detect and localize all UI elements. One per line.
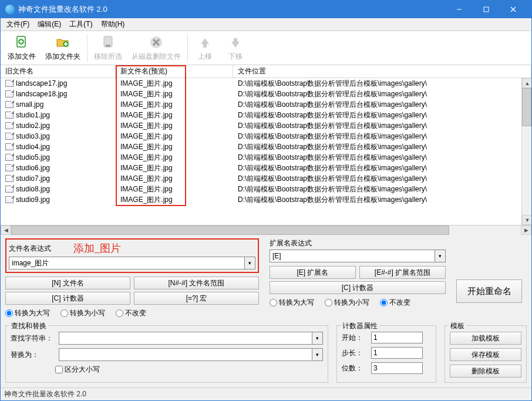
radio-lower-left[interactable]: 转换为小写 (60, 308, 105, 318)
add-folder-button[interactable]: 添加文件夹 (41, 32, 85, 64)
radio-upper-left[interactable]: 转换为大写 (5, 308, 50, 318)
find-input[interactable] (59, 332, 312, 345)
counter-start-input[interactable] (371, 332, 423, 343)
menu-tool[interactable]: 工具(T) (66, 18, 96, 31)
case-sensitive-check[interactable]: 区分大小写 (55, 365, 100, 375)
title-bar[interactable]: 神奇文件批量改名软件 2.0 (1, 1, 531, 18)
table-row[interactable]: studio3.jpgIMAGE_图片.jpgD:\前端模板\Bootstrap… (1, 131, 531, 141)
file-icon (5, 196, 14, 203)
close-button[interactable] (500, 1, 527, 18)
file-icon (5, 122, 14, 129)
annotation-box-expression: 文件名表达式 添加_图片 ▾ (5, 238, 259, 273)
cell-old-name: studio4.jpg (1, 142, 116, 151)
vertical-scrollbar[interactable]: ▲ ▼ (521, 78, 531, 225)
status-text: 神奇文件批量改名软件 2.0 (4, 389, 86, 399)
cell-new-name: IMAGE_图片.jpg (116, 152, 233, 163)
menu-help[interactable]: 帮助(H) (97, 18, 129, 31)
scroll-right-icon[interactable]: ▶ (521, 225, 531, 235)
content-area: 旧文件名 新文件名(预览) 文件位置 landscape17.jpgIMAGE_… (1, 65, 531, 387)
cell-location: D:\前端模板\Bootstrap数据分析管理后台模板\images\galle… (233, 120, 531, 132)
table-row[interactable]: studio6.jpgIMAGE_图片.jpgD:\前端模板\Bootstrap… (1, 163, 531, 173)
cell-old-name: landscape17.jpg (1, 79, 116, 88)
table-row[interactable]: studio2.jpgIMAGE_图片.jpgD:\前端模板\Bootstrap… (1, 120, 531, 131)
cell-new-name: IMAGE_图片.jpg (116, 194, 233, 205)
template-group: 模板 加载模板 保存模板 删除模板 (445, 325, 527, 383)
add-file-button[interactable]: 添加文件 (3, 32, 41, 64)
table-row[interactable]: studio7.jpgIMAGE_图片.jpgD:\前端模板\Bootstrap… (1, 173, 531, 184)
scroll-up-icon[interactable]: ▲ (522, 78, 531, 88)
cell-new-name: IMAGE_图片.jpg (116, 120, 233, 132)
horizontal-scrollbar[interactable]: ◀ ▶ (1, 225, 531, 235)
counter-step-input[interactable] (371, 347, 423, 359)
cell-location: D:\前端模板\Bootstrap数据分析管理后台模板\images\galle… (233, 141, 531, 153)
window-title: 神奇文件批量改名软件 2.0 (18, 4, 446, 15)
delete-template-button[interactable]: 删除模板 (450, 365, 521, 378)
cell-old-name: studio8.jpg (1, 184, 116, 194)
col-old-name[interactable]: 旧文件名 (1, 65, 116, 78)
table-row[interactable]: small.jpgIMAGE_图片.jpgD:\前端模板\Bootstrap数据… (1, 99, 531, 110)
file-icon (5, 175, 14, 182)
radio-nochange-right[interactable]: 不改变 (380, 298, 410, 308)
cell-location: D:\前端模板\Bootstrap数据分析管理后台模板\images\galle… (233, 99, 531, 110)
insert-n-range-button[interactable]: [N#-#] 文件名范围 (134, 277, 259, 289)
table-row[interactable]: studio9.jpgIMAGE_图片.jpgD:\前端模板\Bootstrap… (1, 194, 531, 205)
insert-n-name-button[interactable]: [N] 文件名 (5, 277, 130, 289)
table-row[interactable]: landscape18.jpgIMAGE_图片.jpgD:\前端模板\Boots… (1, 89, 531, 99)
table-row[interactable]: studio8.jpgIMAGE_图片.jpgD:\前端模板\Bootstrap… (1, 184, 531, 194)
start-rename-button[interactable]: 开始重命名 (456, 279, 522, 303)
arrow-up-icon (197, 34, 213, 50)
file-table: 旧文件名 新文件名(预览) 文件位置 landscape17.jpgIMAGE_… (1, 65, 531, 225)
maximize-button[interactable] (473, 1, 500, 18)
counter-digits-input[interactable] (371, 362, 423, 374)
replace-input[interactable] (59, 348, 312, 361)
add-file-icon (14, 34, 30, 50)
scroll-left-icon[interactable]: ◀ (1, 225, 11, 235)
col-location[interactable]: 文件位置 (233, 65, 531, 78)
replace-dropdown[interactable]: ▾ (312, 348, 323, 361)
move-down-button[interactable]: 下移 (220, 32, 251, 64)
radio-lower-right[interactable]: 转换为小写 (325, 298, 369, 308)
status-bar: 神奇文件批量改名软件 2.0 (1, 387, 531, 400)
file-icon (5, 101, 14, 108)
delete-from-disk-button[interactable]: 从磁盘删除文件 (127, 32, 186, 64)
insert-macro-button[interactable]: [=?] 宏 (134, 292, 259, 305)
search-replace-group: 查找和替换 查找字符串： ▾ 替换为： ▾ 区分大小写 (5, 325, 328, 383)
table-body[interactable]: landscape17.jpgIMAGE_图片.jpgD:\前端模板\Boots… (1, 78, 531, 225)
remove-selected-button[interactable]: 移除所选 (89, 32, 127, 64)
col-new-name[interactable]: 新文件名(预览) (116, 65, 233, 78)
table-row[interactable]: studio5.jpgIMAGE_图片.jpgD:\前端模板\Bootstrap… (1, 152, 531, 163)
save-template-button[interactable]: 保存模板 (450, 348, 521, 361)
filename-expr-input[interactable] (9, 257, 245, 269)
find-dropdown[interactable]: ▾ (312, 332, 323, 345)
menu-file[interactable]: 文件(F) (3, 18, 33, 31)
counter-step-label: 步长： (342, 348, 368, 358)
cell-location: D:\前端模板\Bootstrap数据分析管理后台模板\images\galle… (233, 194, 531, 205)
table-row[interactable]: studio1.jpgIMAGE_图片.jpgD:\前端模板\Bootstrap… (1, 110, 531, 120)
ext-expr-input[interactable] (270, 250, 435, 262)
app-icon (5, 5, 15, 14)
radio-upper-right[interactable]: 转换为大写 (270, 298, 314, 308)
cell-location: D:\前端模板\Bootstrap数据分析管理后台模板\images\galle… (233, 163, 531, 174)
menu-edit[interactable]: 编辑(E) (34, 18, 65, 31)
filename-expr-dropdown[interactable]: ▾ (245, 257, 255, 269)
cell-location: D:\前端模板\Bootstrap数据分析管理后台模板\images\galle… (233, 184, 531, 195)
scrollbar-thumb[interactable] (522, 88, 531, 126)
radio-nochange-left[interactable]: 不改变 (116, 308, 146, 318)
ext-expr-dropdown[interactable]: ▾ (435, 250, 446, 262)
table-row[interactable]: landscape17.jpgIMAGE_图片.jpgD:\前端模板\Boots… (1, 78, 531, 89)
toolbar: 添加文件 添加文件夹 移除所选 从磁盘删除文件 上移 下移 (1, 31, 531, 65)
menu-bar: 文件(F) 编辑(E) 工具(T) 帮助(H) (1, 18, 531, 31)
move-up-button[interactable]: 上移 (190, 32, 220, 64)
hscroll-thumb[interactable] (11, 225, 449, 235)
insert-e-ext-button[interactable]: [E] 扩展名 (270, 266, 356, 279)
insert-counter-button[interactable]: [C] 计数器 (5, 292, 130, 305)
insert-counter2-button[interactable]: [C] 计数器 (270, 281, 446, 294)
insert-e-range-button[interactable]: [E#-#] 扩展名范围 (359, 266, 446, 279)
svg-rect-1 (484, 7, 489, 12)
scroll-down-icon[interactable]: ▼ (522, 215, 531, 225)
load-template-button[interactable]: 加载模板 (450, 332, 521, 345)
app-window: 神奇文件批量改名软件 2.0 文件(F) 编辑(E) 工具(T) 帮助(H) 添… (0, 0, 532, 401)
minimize-button[interactable] (446, 1, 473, 18)
cell-new-name: IMAGE_图片.jpg (116, 89, 233, 100)
table-row[interactable]: studio4.jpgIMAGE_图片.jpgD:\前端模板\Bootstrap… (1, 141, 531, 152)
